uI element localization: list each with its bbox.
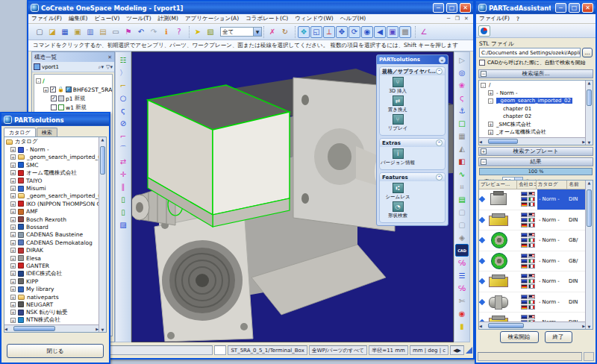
wave-icon[interactable]: ∿ — [455, 168, 469, 181]
table-hscrollbar[interactable]: ◀▶ — [479, 321, 585, 329]
menu-item[interactable]: ファイル(F) — [31, 15, 62, 22]
results-header[interactable]: − 結果 — [478, 157, 593, 166]
column-header[interactable]: 会社ロゴ ( — [517, 181, 537, 189]
expand-icon[interactable]: + — [10, 209, 16, 214]
info-icon[interactable]: ℹ — [160, 26, 172, 38]
frame-icon[interactable]: ▢ — [455, 206, 469, 219]
chevron-up-icon[interactable]: ^ — [436, 139, 443, 146]
mdi-minimize-icon[interactable]: ─ — [445, 16, 452, 22]
3d-viewport[interactable]: PARTsolutions « 規格／サプライヤパ...^⑂3D 挿入⇄置き換え… — [131, 51, 454, 342]
search-tree-vscrollbar[interactable]: ▲▼ — [585, 81, 593, 145]
frame2-icon[interactable]: ▢ — [455, 219, 469, 231]
pan-icon[interactable]: ✥ — [336, 26, 348, 38]
expand-icon[interactable]: + — [10, 240, 16, 245]
catalog-item[interactable]: +IKO (NIPPON THOMPSON CO.,LTD) — [4, 200, 99, 207]
search-tree-child[interactable]: chapter 01 — [481, 105, 585, 113]
chevron-up-icon[interactable]: ^ — [436, 174, 443, 181]
structure-tree-item[interactable]: w1新規 — [34, 103, 112, 112]
box-icon[interactable]: ▦ — [455, 130, 469, 142]
mdi-restore-icon[interactable]: ❐ — [454, 16, 461, 22]
auto-search-checkbox[interactable] — [479, 60, 485, 66]
status-input[interactable] — [214, 345, 226, 355]
search-tree-item[interactable]: +_SMC株式会社 — [481, 121, 585, 129]
catalog-item[interactable]: +SMC — [4, 161, 99, 169]
assistant-maximize-button[interactable]: □ — [569, 3, 580, 13]
collapse-icon[interactable]: « — [439, 57, 446, 63]
sketch-icon[interactable]: ❀ — [455, 79, 469, 92]
catalog-item[interactable]: +TAIYO — [4, 177, 99, 184]
close-catalog-button[interactable]: 閉じる — [7, 344, 104, 358]
catalog-item[interactable]: +- Norm - — [4, 145, 99, 153]
catalog-item[interactable]: +AMF — [4, 208, 99, 216]
exit-button[interactable]: 終了 — [545, 331, 572, 343]
camera-icon[interactable]: ▣ — [387, 26, 398, 38]
shaded-view-icon[interactable]: ❖ — [298, 26, 310, 38]
palette-section-header[interactable]: 規格／サプライヤパ...^ — [380, 67, 445, 75]
clamp-icon[interactable]: ⌗ — [455, 181, 469, 193]
cylinder-icon[interactable]: ▮ — [455, 320, 469, 333]
curve-icon[interactable]: ς — [455, 92, 469, 104]
expand-icon[interactable]: + — [10, 186, 16, 191]
save-icon[interactable]: ▦ — [59, 26, 71, 38]
circle-icon[interactable]: ○ — [116, 92, 130, 104]
collapse-box-icon[interactable]: − — [481, 71, 487, 77]
corner-icon[interactable]: ⌐ — [116, 130, 130, 142]
resize-grip[interactable] — [466, 347, 472, 354]
lights-icon[interactable]: ◉ — [455, 307, 469, 320]
chevron-down-icon[interactable]: ▼ — [253, 28, 261, 36]
insert-3d-button[interactable]: ⑂3D 挿入 — [381, 77, 414, 95]
status-nav-arrows[interactable]: ◀▶ — [450, 345, 464, 355]
parts-titlebar[interactable]: PARTsolutions — [1, 113, 109, 126]
measure-icon[interactable]: ∠ — [418, 26, 430, 38]
expand-icon[interactable]: + — [488, 90, 493, 95]
shape-search-button[interactable]: ◔形状検索 — [381, 201, 414, 219]
catalog-root-item[interactable]: カタログ — [4, 138, 99, 145]
face-icon[interactable]: □ — [455, 117, 469, 130]
delete-icon[interactable]: ▣ — [72, 26, 84, 38]
assistant-minimize-button[interactable]: ─ — [555, 3, 566, 13]
expand-icon[interactable]: + — [10, 248, 16, 253]
select-assembly-icon[interactable]: ▧ — [204, 26, 216, 38]
expand-icon[interactable]: + — [43, 87, 49, 92]
result-row[interactable]: - Norm -DIN — [479, 272, 585, 292]
result-row[interactable]: - Norm -DIN — [479, 189, 585, 210]
expand-icon[interactable]: + — [10, 318, 16, 323]
minimize-button[interactable]: ─ — [433, 3, 444, 13]
assistant-menu-item[interactable]: ? — [516, 16, 519, 22]
catalog-hscrollbar[interactable]: ◀▶ — [4, 324, 99, 332]
render-icon[interactable]: ▩ — [399, 26, 411, 38]
table-vscrollbar[interactable]: ▲▼ — [585, 181, 593, 329]
menu-item[interactable]: ビュー(V) — [94, 15, 119, 22]
cad-active-icon[interactable]: CAD — [455, 244, 469, 257]
catalog-item[interactable]: +Bosch Rexroth — [4, 216, 99, 223]
maximize-button[interactable]: □ — [446, 3, 457, 13]
parallel-icon[interactable]: ∥ — [116, 181, 130, 193]
assistant-resize-box[interactable] — [584, 352, 594, 361]
catalog-item[interactable]: +KIPP — [4, 277, 99, 285]
expand-icon[interactable]: + — [10, 193, 16, 198]
expand-icon[interactable]: + — [10, 286, 16, 292]
print-icon[interactable]: ▭ — [110, 26, 122, 38]
find-icon[interactable]: ⌕▾ — [99, 64, 104, 70]
structure-tree-item[interactable]: -/ — [34, 76, 112, 85]
expand-icon[interactable]: + — [10, 201, 16, 207]
search-template-header[interactable]: + 検索テンプレート — [478, 147, 593, 156]
catalog-item[interactable]: +オーム電機株式会社 — [4, 169, 99, 177]
collapse-box-icon-2[interactable]: − — [481, 159, 487, 165]
catalog-item[interactable]: +Misumi — [4, 184, 99, 192]
catalog-item[interactable]: +CADENAS Demokatalog — [4, 239, 99, 246]
close-icon[interactable]: ✕ — [107, 54, 112, 60]
play-icon[interactable]: ▷ — [455, 54, 469, 66]
card-icon[interactable]: ▤ — [455, 193, 469, 206]
menu-item[interactable]: ヘルプ(H) — [340, 15, 366, 22]
catalog-item[interactable]: +Elesa — [4, 254, 99, 262]
catalog-item[interactable]: +NSK 転がり軸受 — [4, 309, 99, 316]
stamp-icon[interactable]: ◈ — [455, 231, 469, 244]
filter-icon[interactable]: ▽▾ — [106, 64, 113, 70]
mirror2-icon[interactable]: ℅ — [455, 282, 469, 295]
help-icon[interactable]: ? — [173, 26, 185, 38]
expand-icon[interactable]: + — [10, 279, 16, 284]
catalog-item[interactable]: +nativeparts — [4, 293, 99, 301]
new-file-icon[interactable]: ▢ — [34, 26, 46, 38]
expand-icon[interactable]: + — [488, 130, 493, 135]
